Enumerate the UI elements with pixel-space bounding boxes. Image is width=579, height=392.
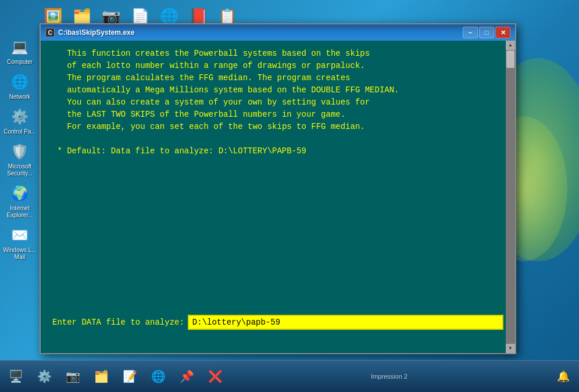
taskbar-icon-7[interactable]: 📌 — [174, 364, 199, 389]
sidebar-item-network[interactable]: 🌐 Network — [2, 69, 38, 103]
cmd-line-2: of each lotto number within a range of d… — [52, 60, 494, 72]
cmd-line-1: This function creates the Powerball syst… — [52, 48, 494, 60]
network-icon: 🌐 — [9, 71, 30, 92]
cmd-scrollbar[interactable]: ▲ ▼ — [506, 41, 515, 353]
taskbar-icon-2[interactable]: ⚙️ — [31, 364, 57, 389]
taskbar-icon-4[interactable]: 🗂️ — [88, 364, 114, 389]
scroll-down-arrow[interactable]: ▼ — [506, 344, 515, 353]
taskbar-icon-6[interactable]: 🌐 — [145, 364, 171, 389]
taskbar-center-label: Impression 2 — [231, 373, 548, 380]
sidebar-item-mail[interactable]: ✉️ Windows L... Mail — [2, 222, 38, 263]
cmd-titlebar[interactable]: C C:\bas\SkipSystem.exe − □ ✕ — [41, 24, 515, 41]
minimize-button[interactable]: − — [463, 27, 478, 38]
sidebar-label-network: Network — [9, 93, 31, 100]
ie-icon: 🌍 — [9, 183, 30, 204]
computer-icon: 💻 — [9, 37, 30, 57]
taskbar-icon-right[interactable]: 🔔 — [551, 364, 576, 389]
sidebar-item-ie[interactable]: 🌍 Internet Explorer... — [2, 181, 38, 221]
close-button[interactable]: ✕ — [495, 27, 510, 38]
cmd-line-3: The program calculates the FFG median. T… — [52, 72, 494, 84]
scroll-up-arrow[interactable]: ▲ — [506, 41, 515, 50]
cmd-line-6: the LAST TWO SKIPS of the Powerball numb… — [52, 109, 494, 121]
sidebar-label-computer: Computer — [7, 59, 33, 66]
cmd-prompt-area: Enter DATA file to analyze: — [52, 315, 503, 330]
security-icon: 🛡️ — [9, 141, 30, 162]
mail-icon: ✉️ — [9, 225, 30, 246]
cmd-line-4: automatically a Mega Millions system bas… — [52, 84, 494, 96]
cmd-data-input[interactable] — [188, 315, 503, 330]
cmd-content-area: ▲ ▼ This function creates the Powerball … — [41, 41, 515, 353]
cmd-text-content: This function creates the Powerball syst… — [52, 48, 494, 157]
sidebar-item-computer[interactable]: 💻 Computer — [2, 34, 38, 68]
taskbar-icon-cmd[interactable]: 🖥️ — [3, 364, 28, 389]
sidebar: 💻 Computer 🌐 Network ⚙️ Control Pa... 🛡️… — [0, 0, 40, 360]
taskbar-icon-5[interactable]: 📝 — [117, 364, 142, 389]
sidebar-label-ie: Internet Explorer... — [3, 205, 37, 219]
taskbar-icon-8[interactable]: ❌ — [202, 364, 228, 389]
sidebar-item-controlpanel[interactable]: ⚙️ Control Pa... — [2, 104, 38, 138]
cmd-line-default: * Default: Data file to analyze: D:\LOTT… — [52, 145, 494, 157]
cmd-line-5: You can also create a system of your own… — [52, 96, 494, 109]
controlpanel-icon: ⚙️ — [9, 106, 30, 127]
cmd-title-icon: C — [45, 28, 55, 37]
sidebar-label-security: Microsoft Security... — [3, 163, 37, 177]
cmd-controls: − □ ✕ — [463, 27, 510, 38]
taskbar: 🖥️ ⚙️ 📷 🗂️ 📝 🌐 📌 ❌ Impression 2 🔔 — [0, 360, 579, 392]
scroll-thumb[interactable] — [506, 51, 514, 68]
maximize-button[interactable]: □ — [479, 27, 494, 38]
cmd-prompt-label: Enter DATA file to analyze: — [52, 317, 184, 329]
cmd-line-7: For example, you can set each of the two… — [52, 121, 494, 133]
cmd-window: C C:\bas\SkipSystem.exe − □ ✕ ▲ ▼ This f — [40, 23, 516, 354]
desktop: 🖼️ 🗂️ 📷 📄 🌐 📕 📋 💻 Computer 🌐 Network ⚙️ … — [0, 0, 579, 392]
sidebar-label-controlpanel: Control Pa... — [3, 128, 36, 135]
scroll-track[interactable] — [506, 50, 515, 344]
sidebar-item-security[interactable]: 🛡️ Microsoft Security... — [2, 139, 38, 179]
taskbar-icon-3[interactable]: 📷 — [60, 364, 85, 389]
cmd-line-blank — [52, 133, 494, 145]
sidebar-label-mail: Windows L... Mail — [3, 247, 37, 261]
cmd-title-text: C:\bas\SkipSystem.exe — [58, 28, 463, 37]
